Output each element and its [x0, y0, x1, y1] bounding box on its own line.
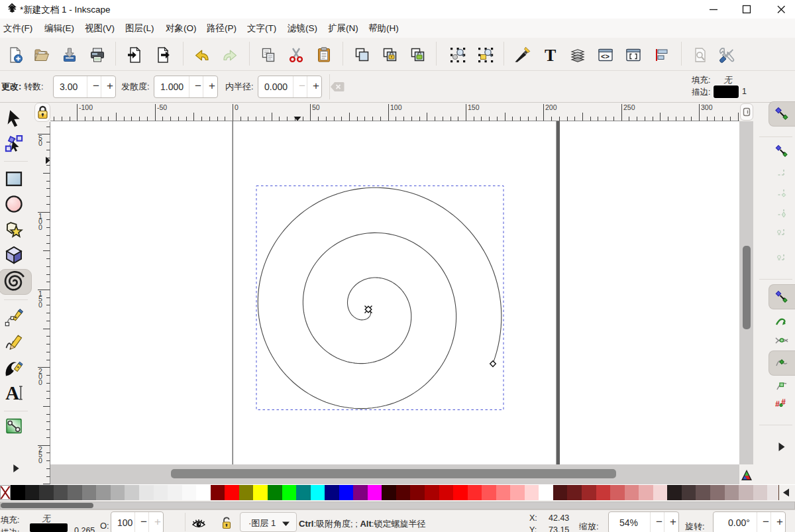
svg-text:200: 200	[545, 103, 557, 111]
svg-text:50: 50	[312, 103, 320, 111]
svg-text:<>: <>	[601, 52, 610, 60]
svg-text:0: 0	[235, 103, 238, 111]
svg-text:0: 0	[38, 378, 42, 386]
svg-text:0: 0	[38, 139, 42, 147]
svg-text:#: #	[775, 399, 780, 409]
svg-text:0: 0	[38, 223, 42, 231]
svg-text:A: A	[5, 383, 19, 403]
svg-text:100: 100	[390, 103, 402, 111]
svg-text:0: 0	[38, 456, 42, 464]
svg-text:0: 0	[38, 301, 42, 309]
svg-text:-100: -100	[79, 103, 93, 111]
svg-text:150: 150	[468, 103, 480, 111]
svg-text:300: 300	[701, 103, 713, 111]
svg-text:-50: -50	[157, 103, 167, 111]
svg-text:T: T	[545, 46, 556, 64]
svg-text:250: 250	[623, 103, 635, 111]
